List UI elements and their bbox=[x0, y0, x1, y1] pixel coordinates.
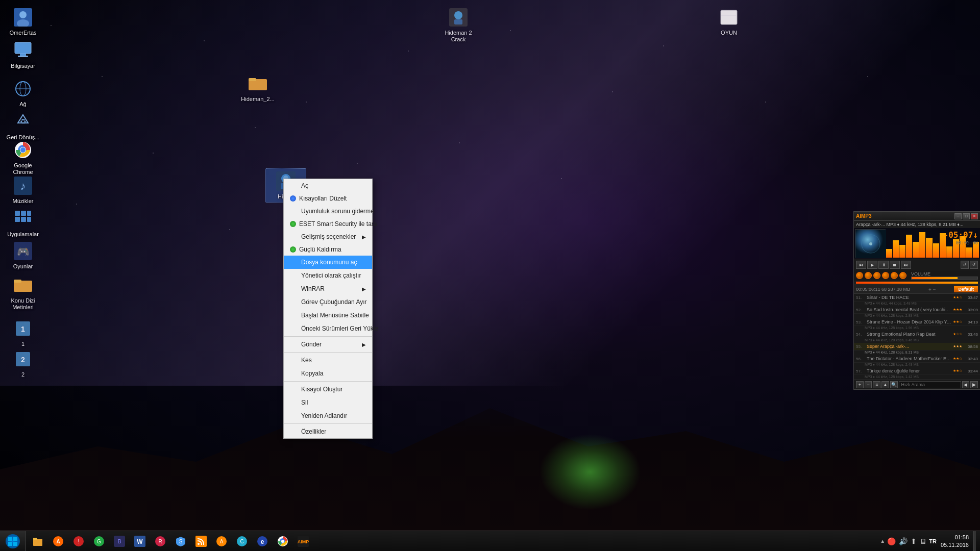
context-menu-item-gonder[interactable]: Gönder ▶ bbox=[284, 338, 372, 351]
aimp-maximize-btn[interactable]: □ bbox=[963, 213, 970, 219]
aimp-volume-bar-container: VOLUME bbox=[911, 271, 978, 280]
context-menu-item-sil[interactable]: Sil bbox=[284, 396, 372, 409]
desktop-icon-uygulamalar[interactable]: Uygulamalar bbox=[3, 207, 43, 240]
aimp-default-btn[interactable]: Default bbox=[954, 286, 978, 292]
desktop-icon-ag[interactable]: Ağ bbox=[3, 77, 43, 110]
tray-icon-2[interactable]: 🔊 bbox=[899, 537, 908, 545]
context-menu-item-uyumluluk[interactable]: Uyumluluk sorunu giderme bbox=[284, 205, 372, 218]
context-menu-item-eset[interactable]: ESET Smart Security ile tara bbox=[284, 218, 372, 230]
taskbar-aimp[interactable]: AIMP bbox=[294, 532, 312, 550]
aimp-knob-5[interactable] bbox=[891, 272, 898, 279]
context-menu-item-kisayol-olustur[interactable]: Kısayol Oluştur bbox=[284, 383, 372, 396]
svg-rect-30 bbox=[16, 352, 30, 366]
playlist-item-55[interactable]: 55. Süper Arapça -ark-... ★★★ 08:58 bbox=[854, 343, 980, 350]
taskbar-cyberlink[interactable]: C bbox=[233, 532, 251, 550]
aimp-pause-btn[interactable]: ⏸ bbox=[878, 261, 889, 269]
context-menu-item-baslat[interactable]: Başlat Menüsüne Sabitle bbox=[284, 309, 372, 322]
taskbar-chrome[interactable] bbox=[274, 532, 292, 550]
aimp-del-track-btn[interactable]: − bbox=[865, 381, 872, 388]
playlist-item-52[interactable]: 52. So Sad Instrumental Beat ( very touc… bbox=[854, 306, 980, 314]
aimp-minimize-btn[interactable]: ─ bbox=[954, 213, 962, 219]
desktop-icon-konu[interactable]: Konu Dizi Metinleri bbox=[3, 273, 43, 313]
aimp-search-input[interactable] bbox=[899, 381, 961, 388]
aimp-knob-6[interactable] bbox=[899, 272, 906, 279]
context-menu-item-guclu[interactable]: Güçlü Kaldırma bbox=[284, 243, 372, 256]
aimp-search-btn[interactable]: 🔍 bbox=[890, 381, 898, 388]
desktop-icon-muzikler[interactable]: ♪ Müzikler bbox=[3, 173, 43, 207]
context-menu-item-ac[interactable]: Aç bbox=[284, 179, 372, 192]
track-meta-52: MP3 ♦ 44 kHz, 128 kbps, 2.89 MB bbox=[854, 314, 980, 318]
aimp-prev-btn[interactable]: ⏮ bbox=[856, 261, 866, 269]
desktop-icon-hideman2crack[interactable]: Hideman 2 Crack bbox=[438, 5, 479, 45]
context-menu-item-ozellikler[interactable]: Özellikler bbox=[284, 425, 372, 438]
aimp-play-btn[interactable]: ▶ bbox=[867, 261, 877, 269]
track-num-56: 56. bbox=[856, 357, 865, 361]
language-indicator[interactable]: TR bbox=[929, 538, 937, 544]
tray-icon-1[interactable]: 🔴 bbox=[887, 537, 896, 545]
aimp-shuffle-btn[interactable]: ⇄ bbox=[961, 261, 969, 269]
aimp-add-btn[interactable]: + bbox=[928, 287, 932, 292]
desktop-icon-hideman2folder[interactable]: Hideman_2... bbox=[237, 71, 278, 105]
context-menu-item-gorev[interactable]: Yönetici olarak çalıştır bbox=[284, 269, 372, 282]
playlist-item-56[interactable]: 56. The Dictator - Aladeen MotherFucker … bbox=[854, 355, 980, 363]
context-menu-item-gorev-cubugu[interactable]: Görev Çubuğundan Ayır bbox=[284, 295, 372, 309]
tray-icon-3[interactable]: ⬆ bbox=[911, 537, 917, 545]
aimp-repeat-btn[interactable]: ↺ bbox=[970, 261, 978, 269]
tray-expand[interactable]: ▲ bbox=[880, 538, 885, 544]
sil-icon bbox=[290, 398, 298, 407]
context-menu-item-winrar[interactable]: WinRAR ▶ bbox=[284, 282, 372, 295]
aimp-knob-1[interactable] bbox=[856, 272, 863, 279]
playlist-item-54[interactable]: 54. Strong Emotional Piano Rap Beat ★☆☆ … bbox=[854, 331, 980, 338]
desktop-icon-bilgisayar[interactable]: Bilgisayar bbox=[3, 38, 43, 71]
taskbar-orangeapp[interactable]: A bbox=[212, 532, 231, 550]
aimp-knob-2[interactable] bbox=[865, 272, 872, 279]
desktop-icon-oyun[interactable]: OYUN bbox=[708, 5, 749, 38]
taskbar-darkapp[interactable]: B bbox=[110, 532, 129, 550]
taskbar-explorer[interactable] bbox=[29, 532, 47, 550]
aimp-remove-btn[interactable]: − bbox=[933, 287, 936, 292]
context-menu-item-onceki[interactable]: Önceki Sürümleri Geri Yükle bbox=[284, 322, 372, 335]
taskbar-rss[interactable] bbox=[192, 532, 210, 550]
desktop-icon-1[interactable]: 1 1 bbox=[3, 316, 43, 349]
svg-point-76 bbox=[281, 540, 284, 543]
icon-label-uygulamalar: Uygulamalar bbox=[7, 231, 39, 238]
aimp-prev-page-btn[interactable]: ◀ bbox=[962, 381, 970, 388]
taskbar-word[interactable]: W bbox=[131, 532, 149, 550]
context-menu-item-yeniden[interactable]: Yeniden Adlandır bbox=[284, 409, 372, 422]
desktop-icon-2[interactable]: 2 2 bbox=[3, 347, 43, 380]
aimp-volume-bar[interactable] bbox=[911, 277, 978, 280]
show-desktop-btn[interactable] bbox=[973, 531, 976, 552]
aimp-next-page-btn[interactable]: ▶ bbox=[970, 381, 978, 388]
taskbar-clock[interactable]: 01:58 05.11.2016 bbox=[939, 534, 971, 548]
context-menu-item-kisayol-duzelt[interactable]: Kısayolları Düzelt bbox=[284, 192, 372, 205]
desktop-icon-oyunlar[interactable]: 🎮 Oyunlar bbox=[3, 239, 43, 272]
aimp-add-track-btn[interactable]: + bbox=[856, 381, 864, 388]
aimp-knob-3[interactable] bbox=[873, 272, 880, 279]
svg-point-8 bbox=[20, 82, 26, 96]
start-button[interactable] bbox=[0, 531, 26, 552]
taskbar-shield[interactable]: S bbox=[172, 532, 190, 550]
playlist-item-51[interactable]: 51. Sinar - DE TE HACE ★★☆ 03:47 bbox=[854, 294, 980, 302]
playlist-item-57[interactable]: 57. Türkçe deniz uğulde fener ★★☆ 03:44 bbox=[854, 367, 980, 375]
aimp-knob-4[interactable] bbox=[882, 272, 889, 279]
taskbar-auslogics[interactable]: A bbox=[49, 532, 67, 550]
context-menu-item-kopyala[interactable]: Kopyala bbox=[284, 367, 372, 380]
taskbar-ie[interactable]: e bbox=[253, 532, 272, 550]
aimp-next-btn[interactable]: ⏭ bbox=[901, 261, 911, 269]
context-menu-item-kes[interactable]: Kes bbox=[284, 354, 372, 367]
context-menu-item-gelismis[interactable]: Gelişmiş seçenekler ▶ bbox=[284, 230, 372, 243]
aimp-stop-btn[interactable]: ⏹ bbox=[890, 261, 900, 269]
kes-icon bbox=[290, 356, 298, 364]
desktop-icon-omertas[interactable]: OmerErtas bbox=[3, 5, 43, 38]
desktop-icon-geri[interactable]: ♻ Geri Dönüş... bbox=[3, 110, 43, 143]
taskbar-greenapp[interactable]: G bbox=[90, 532, 108, 550]
taskbar-redapp[interactable]: R bbox=[151, 532, 169, 550]
playlist-item-53[interactable]: 53. Strane Evine - Hozan Diyar 2014 Klip… bbox=[854, 318, 980, 326]
aimp-eq-btn[interactable]: ▲ bbox=[881, 381, 889, 388]
tray-icon-4[interactable]: 🖥 bbox=[920, 537, 927, 545]
desktop-icon-chrome[interactable]: Google Chrome bbox=[3, 138, 43, 178]
aimp-close-btn[interactable]: ✕ bbox=[971, 213, 978, 219]
taskbar-antivirus[interactable]: ! bbox=[69, 532, 88, 550]
aimp-sort-btn[interactable]: ≡ bbox=[873, 381, 880, 388]
context-menu-item-dosya-konum[interactable]: Dosya konumunu aç bbox=[284, 256, 372, 269]
